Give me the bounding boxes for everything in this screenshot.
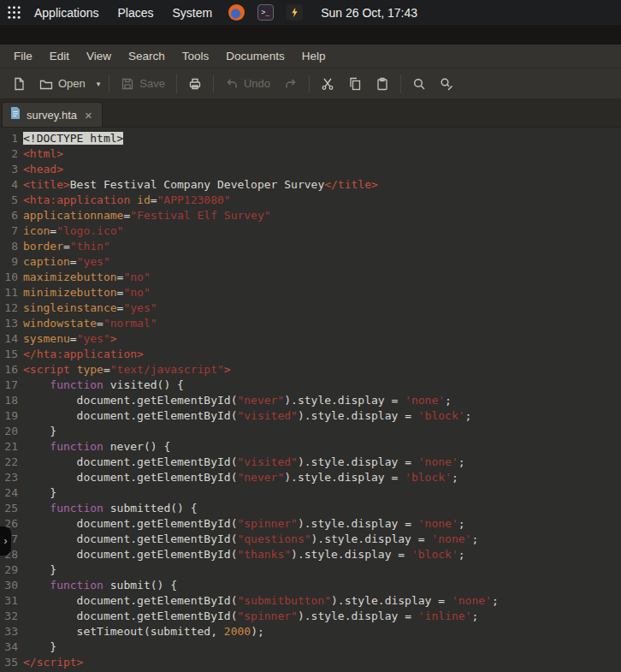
bolt-icon[interactable] <box>286 4 303 21</box>
tab-close-icon[interactable]: × <box>83 109 94 122</box>
menu-tools[interactable]: Tools <box>174 45 218 68</box>
code-line: 7icon="logo.ico" <box>0 223 621 239</box>
code-line: 14sysmenu="yes"> <box>0 331 621 347</box>
code-line: 33 setTimeout(submitted, 2000); <box>0 624 621 639</box>
toolbar-separator <box>109 74 109 93</box>
clock[interactable]: Sun 26 Oct, 17:43 <box>321 6 417 20</box>
toolbar-separator <box>176 74 177 93</box>
line-number: 15 <box>0 347 23 362</box>
open-dropdown-button[interactable]: ▾ <box>92 71 105 97</box>
line-number: 19 <box>0 408 23 424</box>
code-line: 27 document.getElementById("questions").… <box>0 532 621 547</box>
new-document-button[interactable] <box>5 71 33 97</box>
line-number: 31 <box>0 593 23 609</box>
open-button[interactable]: Open <box>33 71 92 97</box>
save-button[interactable]: Save <box>114 71 172 97</box>
code-line: 21 function never() { <box>0 439 621 455</box>
copy-icon <box>348 77 362 91</box>
code-line: 11minimizebutton="no" <box>0 285 621 300</box>
new-document-icon <box>12 77 26 91</box>
code-line: 28 document.getElementById("thanks").sty… <box>0 547 621 562</box>
line-number: 25 <box>0 501 23 516</box>
code-line: 8border="thin" <box>0 239 621 254</box>
find-button[interactable] <box>405 71 433 97</box>
redo-icon <box>284 77 298 91</box>
code-line: 26 document.getElementById("spinner").st… <box>0 516 621 532</box>
search-replace-icon <box>440 77 453 91</box>
code-line: 9caption="yes" <box>0 254 621 270</box>
line-number: 32 <box>0 609 23 624</box>
search-icon <box>412 77 426 91</box>
code-line: 15</hta:application> <box>0 347 621 362</box>
line-number: 21 <box>0 439 23 455</box>
code-line: 6applicationname="Festival Elf Survey" <box>0 208 621 223</box>
open-label: Open <box>58 77 86 90</box>
find-replace-button[interactable] <box>433 71 460 97</box>
panel-menu-system[interactable]: System <box>163 0 222 25</box>
menu-file[interactable]: File <box>5 45 41 68</box>
line-number: 1 <box>0 131 23 146</box>
apps-grid-icon[interactable] <box>7 5 21 20</box>
code-line: 30 function submit() { <box>0 578 621 593</box>
line-number: 12 <box>0 300 23 316</box>
undo-icon <box>225 77 239 91</box>
print-icon <box>188 77 202 91</box>
undo-button[interactable]: Undo <box>218 71 277 97</box>
code-lines: 1<!DOCTYPE html>2<html>3<head>4<title>Be… <box>0 131 621 670</box>
panel-menu-places[interactable]: Places <box>109 0 163 25</box>
line-number: 35 <box>0 655 23 670</box>
code-line: 4<title>Best Festival Company Developer … <box>0 177 621 193</box>
line-number: 13 <box>0 316 23 331</box>
toolbar-separator <box>309 74 310 93</box>
menu-edit[interactable]: Edit <box>41 45 78 68</box>
desktop-strip <box>0 25 621 45</box>
line-number: 24 <box>0 485 23 501</box>
line-number: 18 <box>0 393 23 408</box>
undo-label: Undo <box>244 77 270 90</box>
line-number: 16 <box>0 362 23 378</box>
toolbar: Open ▾ Save <box>0 68 621 99</box>
code-line: 24 } <box>0 485 621 501</box>
side-panel-handle[interactable]: › <box>0 526 11 556</box>
code-line: 13windowstate="normal" <box>0 316 621 331</box>
paste-button[interactable] <box>369 71 396 97</box>
cut-icon <box>321 77 334 91</box>
terminal-icon[interactable]: >_ <box>257 4 274 21</box>
code-line: 20 } <box>0 424 621 439</box>
tab-title: survey.hta <box>27 109 77 122</box>
menu-view[interactable]: View <box>78 45 120 68</box>
editor[interactable]: 1<!DOCTYPE html>2<html>3<head>4<title>Be… <box>0 128 621 672</box>
line-number: 33 <box>0 624 23 639</box>
code-line: 25 function submitted() { <box>0 501 621 516</box>
code-line: 16<script type="text/javascript"> <box>0 362 621 378</box>
panel-menu-applications[interactable]: Applications <box>25 0 109 25</box>
open-folder-icon <box>39 77 53 91</box>
line-number: 34 <box>0 639 23 655</box>
menu-help[interactable]: Help <box>293 45 334 68</box>
print-button[interactable] <box>181 71 209 97</box>
menu-search[interactable]: Search <box>120 45 174 68</box>
code-line: 23 document.getElementById("never").styl… <box>0 470 621 485</box>
line-number: 4 <box>0 177 23 193</box>
screen: Applications Places System >_ Sun 26 Oct… <box>0 0 621 672</box>
line-number: 22 <box>0 455 23 470</box>
code-line: 1<!DOCTYPE html> <box>0 131 621 146</box>
tab-bar: survey.hta × <box>0 99 621 128</box>
cut-button[interactable] <box>314 71 341 97</box>
line-number: 6 <box>0 208 23 223</box>
redo-button[interactable] <box>277 71 305 97</box>
line-number: 11 <box>0 285 23 300</box>
line-number: 17 <box>0 378 23 393</box>
menu-documents[interactable]: Documents <box>217 45 293 68</box>
paste-icon <box>376 77 389 91</box>
code-line: 17 function visited() { <box>0 378 621 393</box>
code-line: 18 document.getElementById("never").styl… <box>0 393 621 408</box>
line-number: 20 <box>0 424 23 439</box>
tab-survey-hta[interactable]: survey.hta × <box>2 102 103 127</box>
firefox-icon[interactable] <box>228 4 245 21</box>
copy-button[interactable] <box>341 71 369 97</box>
line-number: 30 <box>0 578 23 593</box>
code-line: 35</script> <box>0 655 621 670</box>
line-number: 3 <box>0 162 23 177</box>
code-line: 10maximizebutton="no" <box>0 270 621 285</box>
